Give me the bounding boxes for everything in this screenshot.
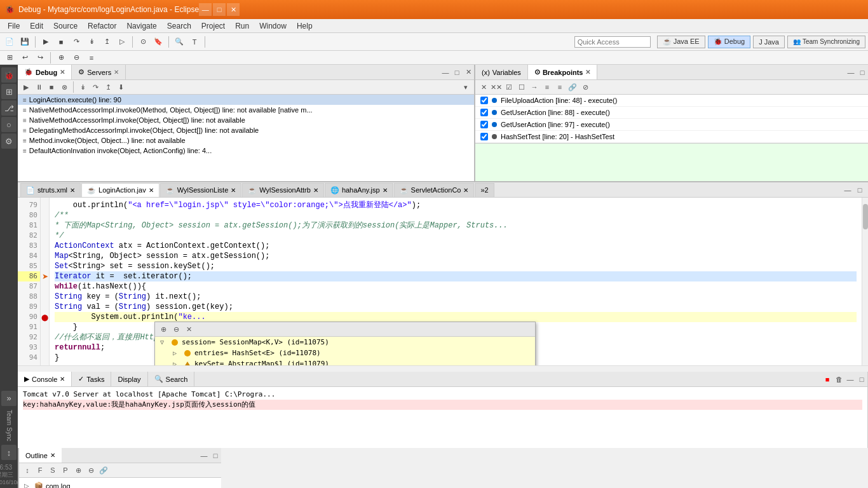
- disconnect-btn[interactable]: ⊗: [58, 81, 70, 93]
- open-type-button[interactable]: T: [187, 35, 201, 49]
- menu-navigate[interactable]: Navigate: [121, 20, 161, 32]
- outline-hide-fields-btn[interactable]: F: [34, 464, 46, 476]
- maximize-button[interactable]: □: [213, 3, 226, 16]
- step-out-button[interactable]: ↥: [100, 35, 114, 49]
- popup-close-btn[interactable]: ✕: [183, 323, 194, 335]
- breakpoint-item-3[interactable]: HashSetTest [line: 20] - HashSetTest: [475, 131, 868, 143]
- console-terminate-btn[interactable]: ■: [822, 374, 833, 385]
- close-outline-tab[interactable]: ✕: [50, 452, 55, 459]
- close-wylsessionattrb-tab[interactable]: ✕: [313, 187, 318, 194]
- stack-item-0[interactable]: ≡ LoginAction.execute() line: 90: [18, 95, 474, 105]
- var-minimize-btn[interactable]: —: [845, 67, 857, 78]
- outline-expand-btn[interactable]: ⊕: [72, 464, 84, 476]
- tb2-btn6[interactable]: ≡: [85, 51, 98, 65]
- breakpoint-item-0[interactable]: FileUploadAction [line: 48] - execute(): [475, 95, 868, 107]
- stack-item-5[interactable]: ≡ DefaultActionInvation invoke(Object, A…: [18, 146, 474, 156]
- outline-collapse-btn[interactable]: ⊖: [85, 464, 97, 476]
- tab-debug[interactable]: 🐞 Debug ✕: [18, 65, 72, 79]
- tab-console[interactable]: ▶ Console ✕: [18, 372, 72, 386]
- perspective-team-sync[interactable]: 👥 Team Synchronizing: [787, 36, 865, 48]
- var-goto-btn[interactable]: →: [529, 81, 540, 93]
- drop-frame-btn[interactable]: ⬇: [115, 81, 126, 93]
- editor-tab-hahajsp[interactable]: 🌐 hahaAny.jsp ✕: [325, 183, 393, 197]
- outline-hide-nonpublic-btn[interactable]: P: [60, 464, 71, 476]
- var-expand-btn[interactable]: ≡: [541, 81, 553, 93]
- outline-maximize-btn[interactable]: □: [210, 450, 221, 461]
- popup-item-2[interactable]: ▷ keySet= AbstractMap$1 (id=11079): [155, 358, 535, 365]
- console-minimize-btn[interactable]: —: [844, 374, 856, 385]
- close-servletaction-tab[interactable]: ✕: [463, 187, 468, 194]
- close-wylsessionliste-tab[interactable]: ✕: [231, 187, 236, 194]
- breakpoint-item-2[interactable]: GetUserAction [line: 97] - execute(): [475, 119, 868, 131]
- close-console-tab[interactable]: ✕: [60, 376, 65, 383]
- debug-close-btn[interactable]: ✕: [463, 67, 474, 78]
- stop-all-btn[interactable]: ■: [46, 81, 57, 93]
- menu-file[interactable]: File: [3, 20, 25, 32]
- step-into-button[interactable]: ↡: [85, 35, 98, 49]
- var-maximize-btn[interactable]: □: [857, 67, 868, 78]
- menu-edit[interactable]: Edit: [25, 20, 48, 32]
- menu-project[interactable]: Project: [196, 20, 230, 32]
- tb2-btn2[interactable]: ↩: [18, 51, 32, 65]
- outline-hide-static-btn[interactable]: S: [47, 464, 58, 476]
- menu-search[interactable]: Search: [162, 20, 196, 32]
- breakpoint-button[interactable]: ⊙: [136, 35, 150, 49]
- debug-view-menu[interactable]: ▾: [460, 81, 471, 93]
- var-collapse-btn[interactable]: ≡: [554, 81, 566, 93]
- step-return-btn[interactable]: ↥: [102, 81, 114, 93]
- step-into2-btn[interactable]: ↡: [77, 81, 88, 93]
- debug-minimize-btn[interactable]: —: [440, 67, 451, 78]
- outline-link-btn[interactable]: 🔗: [98, 464, 109, 476]
- menu-refactor[interactable]: Refactor: [83, 20, 121, 32]
- editor-maximize-btn[interactable]: □: [854, 184, 865, 196]
- popup-expand-all[interactable]: ⊕: [158, 323, 169, 335]
- perspective-debug[interactable]: 🐞 Debug: [708, 36, 750, 48]
- breakpoint-check-0[interactable]: [480, 97, 488, 104]
- minimize-button[interactable]: —: [199, 3, 212, 16]
- outline-package[interactable]: ▷ 📦 com.log: [22, 480, 219, 488]
- editor-scrollbar-v[interactable]: [862, 198, 868, 365]
- stack-item-1[interactable]: ≡ NativeMethodAccessorImpl.invoke0(Metho…: [18, 105, 474, 115]
- resume-button[interactable]: ▷: [115, 35, 129, 49]
- sidebar-team-sync-label[interactable]: Team Sync: [6, 407, 13, 444]
- tab-search[interactable]: 🔍 Search: [148, 372, 195, 386]
- tb2-btn4[interactable]: ⊕: [54, 51, 68, 65]
- popup-item-1[interactable]: ▷ entries= HashSet<E> (id=11078): [155, 348, 535, 358]
- sidebar-expand-icon[interactable]: »: [1, 391, 17, 406]
- close-button[interactable]: ✕: [227, 3, 240, 16]
- var-enable-btn[interactable]: ☑: [503, 81, 515, 93]
- tab-outline[interactable]: Outline ✕: [19, 448, 62, 463]
- stack-item-4[interactable]: ≡ Method.invoke(Object, Object...) line:…: [18, 135, 474, 146]
- stack-item-3[interactable]: ≡ DelegatingMethodAccessorImpl.invoke(Ob…: [18, 125, 474, 135]
- perspective-java[interactable]: J Java: [753, 36, 785, 48]
- var-link-btn[interactable]: 🔗: [567, 81, 578, 93]
- sidebar-browser-icon[interactable]: ○: [1, 117, 17, 132]
- var-skip-btn[interactable]: ⊘: [580, 81, 591, 93]
- var-removeall-btn[interactable]: ✕✕: [491, 81, 502, 93]
- breakpoint-check-3[interactable]: [480, 133, 488, 140]
- debug-run-button[interactable]: ▶: [39, 35, 53, 49]
- close-hahajsp-tab[interactable]: ✕: [383, 187, 388, 194]
- tab-tasks[interactable]: ✓ Tasks: [72, 372, 111, 386]
- menu-run[interactable]: Run: [230, 20, 254, 32]
- close-struts-tab[interactable]: ✕: [70, 187, 75, 194]
- tab-variables[interactable]: (x) Variables: [475, 65, 528, 79]
- editor-scrollbar-h[interactable]: [18, 365, 868, 372]
- close-loginaction-tab[interactable]: ✕: [149, 187, 154, 194]
- step-over2-btn[interactable]: ↷: [90, 81, 101, 93]
- suspend-btn[interactable]: ⏸: [33, 81, 44, 93]
- tab-servers[interactable]: ⚙ Servers ✕: [72, 65, 126, 79]
- sidebar-git-icon[interactable]: ⎇: [1, 100, 17, 116]
- editor-tab-servletaction[interactable]: ☕ ServletActionCo ✕: [394, 183, 475, 197]
- editor-tab-more[interactable]: »2: [475, 183, 494, 197]
- popup-collapse-all[interactable]: ⊖: [170, 323, 182, 335]
- console-maximize-btn[interactable]: □: [856, 374, 867, 385]
- console-clear-btn[interactable]: 🗑: [833, 374, 844, 385]
- tb2-btn3[interactable]: ↪: [33, 51, 47, 65]
- bookmark-button[interactable]: 🔖: [151, 35, 165, 49]
- debug-maximize-btn[interactable]: □: [451, 67, 463, 78]
- tab-breakpoints[interactable]: ⊙ Breakpoints ✕: [528, 65, 598, 79]
- popup-item-0[interactable]: ▽ session= SessionMap<K,V> (id=11075): [155, 337, 535, 348]
- outline-sort-btn[interactable]: ↕: [22, 464, 33, 476]
- close-servers-tab[interactable]: ✕: [114, 69, 119, 76]
